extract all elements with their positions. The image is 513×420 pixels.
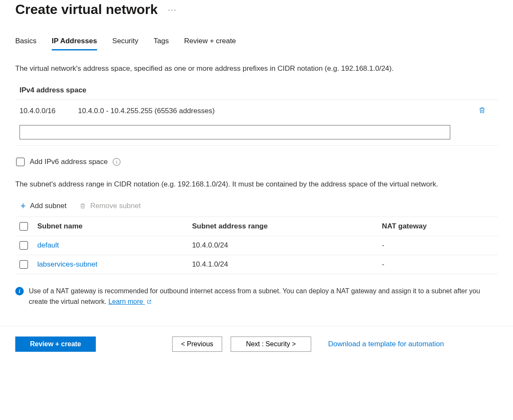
col-subnet-name: Subnet name <box>33 217 188 236</box>
next-button[interactable]: Next : Security > <box>231 337 311 352</box>
add-ipv6-checkbox[interactable] <box>16 158 25 166</box>
tab-security[interactable]: Security <box>112 34 138 50</box>
learn-more-link[interactable]: Learn more <box>109 298 152 305</box>
remove-subnet-button: Remove subnet <box>79 202 141 210</box>
subnet-nat-cell: - <box>378 255 498 274</box>
subnet-name-link[interactable]: default <box>37 241 59 249</box>
table-row: labservices-subnet 10.4.1.0/24 - <box>15 255 498 274</box>
address-space-description: The virtual network's address space, spe… <box>15 63 498 74</box>
subnet-table: Subnet name Subnet address range NAT gat… <box>15 217 498 274</box>
add-subnet-button[interactable]: + Add subnet <box>20 201 67 211</box>
col-subnet-range: Subnet address range <box>188 217 378 236</box>
tab-bar: Basics IP Addresses Security Tags Review… <box>15 34 498 50</box>
add-ipv6-label: Add IPv6 address space <box>30 158 108 166</box>
remove-subnet-label: Remove subnet <box>90 202 141 210</box>
tab-ip-addresses[interactable]: IP Addresses <box>52 34 97 50</box>
address-range: 10.4.0.0 - 10.4.255.255 (65536 addresses… <box>78 107 466 115</box>
tab-basics[interactable]: Basics <box>15 34 36 50</box>
ipv4-heading: IPv4 address space <box>15 86 498 100</box>
subnet-name-link[interactable]: labservices-subnet <box>37 260 98 268</box>
review-create-button[interactable]: Review + create <box>15 337 96 352</box>
address-cidr: 10.4.0.0/16 <box>20 107 66 115</box>
table-row: default 10.4.0.0/24 - <box>15 236 498 255</box>
subnet-row-checkbox[interactable] <box>20 260 28 269</box>
tab-review-create[interactable]: Review + create <box>184 34 236 50</box>
external-link-icon <box>147 299 152 304</box>
add-subnet-label: Add subnet <box>30 202 67 210</box>
subnet-description: The subnet's address range in CIDR notat… <box>15 179 498 190</box>
ipv4-address-space-section: 10.4.0.0/16 10.4.0.0 - 10.4.255.255 (655… <box>15 100 498 146</box>
info-icon[interactable]: i <box>113 158 120 166</box>
plus-icon: + <box>20 201 26 211</box>
download-template-link[interactable]: Download a template for automation <box>328 340 444 348</box>
nat-gateway-info-banner: i Use of a NAT gateway is recommended fo… <box>15 286 498 307</box>
new-address-space-input[interactable] <box>20 125 450 139</box>
trash-icon <box>478 106 486 114</box>
more-menu-button[interactable]: ··· <box>168 6 177 14</box>
info-banner-text: Use of a NAT gateway is recommended for … <box>29 287 480 305</box>
subnet-range-cell: 10.4.1.0/24 <box>188 255 378 274</box>
subnet-range-cell: 10.4.0.0/24 <box>188 236 378 255</box>
page-title: Create virtual network <box>15 2 158 17</box>
info-icon: i <box>15 287 24 295</box>
address-space-row: 10.4.0.0/16 10.4.0.0 - 10.4.255.255 (655… <box>15 100 498 122</box>
tab-tags[interactable]: Tags <box>153 34 169 50</box>
subnet-nat-cell: - <box>378 236 498 255</box>
delete-address-space-button[interactable] <box>478 106 493 117</box>
footer-bar: Review + create < Previous Next : Securi… <box>0 326 513 362</box>
previous-button[interactable]: < Previous <box>172 337 222 352</box>
trash-icon <box>79 202 86 210</box>
select-all-subnets-checkbox[interactable] <box>20 222 28 231</box>
subnet-row-checkbox[interactable] <box>20 241 28 250</box>
col-nat-gateway: NAT gateway <box>378 217 498 236</box>
